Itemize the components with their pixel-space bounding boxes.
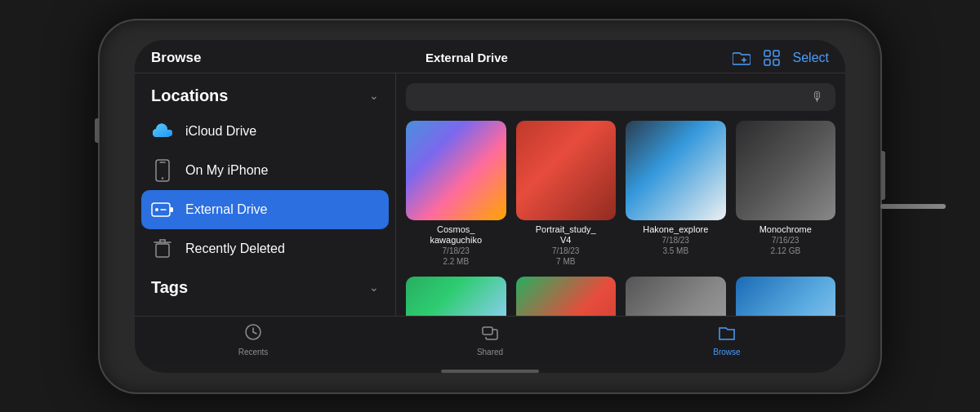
usb-cable <box>880 204 946 209</box>
svg-rect-13 <box>156 244 169 257</box>
file-item-monochrome[interactable]: Monochrome 7/16/232.12 GB <box>736 121 836 268</box>
mic-icon[interactable]: 🎙 <box>811 90 824 104</box>
file-meta-monochrome: 7/16/232.12 GB <box>770 235 800 256</box>
tab-shared[interactable]: Shared <box>372 323 608 357</box>
home-indicator <box>441 370 539 373</box>
shared-icon <box>481 323 499 345</box>
tags-section: Tags ⌄ Red <box>135 278 395 316</box>
file-meta-cosmos: 7/18/232.2 MB <box>443 246 470 267</box>
select-button[interactable]: Select <box>793 51 829 65</box>
sidebar: Locations ⌄ <box>135 73 396 316</box>
file-thumb-blue <box>736 277 836 315</box>
content-area: Locations ⌄ <box>135 73 845 316</box>
tab-browse[interactable]: Browse <box>608 323 845 357</box>
svg-point-8 <box>162 177 163 179</box>
file-grid: Cosmos_kawaguchiko 7/18/232.2 MB Portrai… <box>406 121 835 316</box>
file-item-blue[interactable] <box>736 277 836 315</box>
tab-recents[interactable]: Recents <box>135 323 372 357</box>
file-item-landscape[interactable] <box>406 277 506 315</box>
recents-icon <box>244 323 262 345</box>
nav-center-title: External Drive <box>425 51 508 64</box>
file-meta-portrait: 7/18/237 MB <box>552 246 579 267</box>
file-item-cosmos[interactable]: Cosmos_kawaguchiko 7/18/232.2 MB <box>406 121 506 268</box>
browse-label: Browse <box>713 348 740 357</box>
svg-rect-20 <box>483 327 492 334</box>
file-thumb-hakone <box>626 121 726 221</box>
file-thumb-monochrome <box>736 121 836 221</box>
file-name-hakone: Hakone_explore <box>643 224 708 235</box>
phone-screen: Browse External Drive <box>135 40 845 373</box>
svg-rect-5 <box>773 60 779 65</box>
iphone-label: On My iPhone <box>185 163 268 178</box>
file-thumb-red-sport <box>516 277 617 315</box>
file-name-monochrome: Monochrome <box>760 224 812 235</box>
file-meta-hakone: 7/18/233.5 MB <box>662 235 689 256</box>
tags-header: Tags ⌄ <box>135 278 395 303</box>
recently-deleted-label: Recently Deleted <box>185 241 285 256</box>
nav-left-title: Browse <box>151 50 201 66</box>
phone-shell: Browse External Drive <box>98 19 882 394</box>
tab-bar: Recents Shared Browse <box>135 316 845 366</box>
svg-line-19 <box>253 332 256 334</box>
sidebar-item-red-tag[interactable]: Red <box>135 303 395 316</box>
volume-button <box>95 118 99 143</box>
file-item-hakone[interactable]: Hakone_explore 7/18/233.5 MB <box>626 121 726 268</box>
new-folder-button[interactable] <box>733 51 751 65</box>
file-thumb-portrait2 <box>626 277 726 315</box>
external-drive-label: External Drive <box>185 202 267 217</box>
file-name-portrait: Portrait_study_V4 <box>536 224 596 246</box>
locations-chevron-icon[interactable]: ⌄ <box>369 89 379 102</box>
file-item-red-sport[interactable] <box>516 277 617 315</box>
svg-point-11 <box>155 208 158 211</box>
file-thumb-landscape <box>406 277 506 315</box>
file-name-cosmos: Cosmos_kawaguchiko <box>430 224 482 246</box>
sidebar-item-icloud[interactable]: iCloud Drive <box>135 112 395 151</box>
sidebar-item-external[interactable]: External Drive <box>141 190 389 229</box>
svg-rect-3 <box>773 51 779 56</box>
external-drive-icon <box>151 198 174 221</box>
svg-rect-10 <box>170 207 173 212</box>
sidebar-item-deleted[interactable]: Recently Deleted <box>135 229 395 268</box>
icloud-icon <box>151 120 174 143</box>
recents-label: Recents <box>238 348 269 357</box>
sidebar-item-iphone[interactable]: On My iPhone <box>135 151 395 190</box>
tags-chevron-icon[interactable]: ⌄ <box>369 281 379 294</box>
tags-title: Tags <box>151 278 188 297</box>
browse-icon <box>718 323 736 345</box>
grid-icon <box>764 50 780 66</box>
nav-icons: Select <box>733 50 829 66</box>
power-button <box>881 151 885 200</box>
search-bar[interactable]: 🎙 <box>406 83 835 111</box>
svg-rect-4 <box>764 60 770 65</box>
file-thumb-portrait <box>516 121 617 221</box>
trash-icon <box>151 237 174 260</box>
iphone-icon <box>151 159 174 182</box>
file-item-portrait[interactable]: Portrait_study_V4 7/18/237 MB <box>516 121 617 268</box>
shared-label: Shared <box>477 348 503 357</box>
file-browser: 🎙 Cosmos_kawaguchiko 7/18/232.2 MB Portr… <box>396 73 845 316</box>
icloud-label: iCloud Drive <box>185 124 256 139</box>
folder-plus-icon <box>733 51 751 65</box>
grid-view-button[interactable] <box>764 50 780 66</box>
file-item-portrait2[interactable] <box>626 277 726 315</box>
file-thumb-cosmos <box>406 121 506 221</box>
locations-title: Locations <box>151 86 228 105</box>
locations-header: Locations ⌄ <box>135 86 395 112</box>
svg-rect-2 <box>764 51 770 56</box>
nav-bar: Browse External Drive <box>135 40 845 73</box>
